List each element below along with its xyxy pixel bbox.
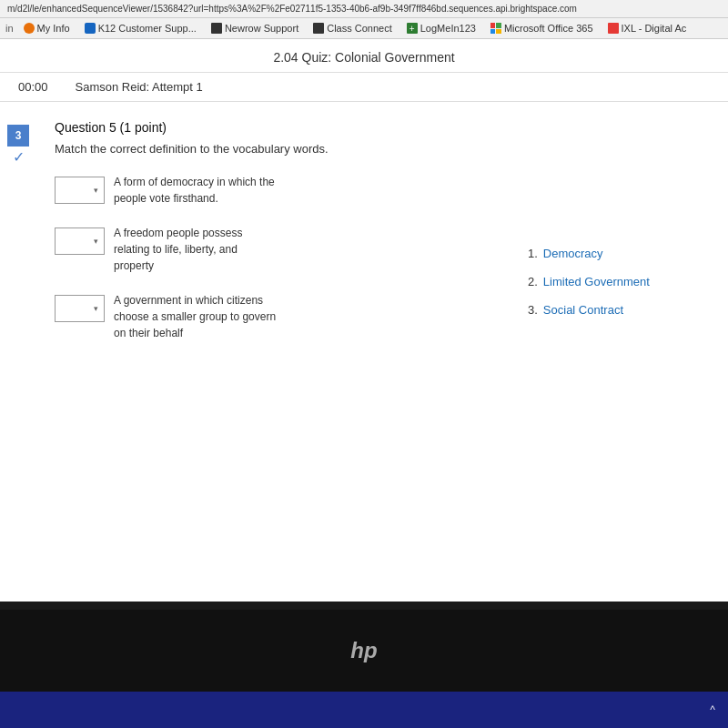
k12support-icon [85,23,96,34]
question-number-badge: 3 [7,125,29,147]
match-description-1: A form of democracy in which the people … [114,174,278,207]
bookmark-msoffice[interactable]: Microsoft Office 365 [486,21,598,35]
vocab-number-3: 3. [528,303,538,317]
taskbar-chevron-icon[interactable]: ^ [706,702,719,718]
quiz-header: 2.04 Quiz: Colonial Government [0,39,728,73]
vocab-item-2: 2. Limited Government [528,275,710,288]
bookmark-msoffice-label: Microsoft Office 365 [504,23,593,34]
left-items: ▾ A form of democracy in which the peopl… [55,174,500,359]
question-points: (1 point) [120,120,167,135]
vocab-number-1: 1. [528,247,538,260]
chevron-down-icon-3: ▾ [94,304,98,313]
vocab-item-3: 3. Social Contract [528,303,710,317]
matching-container: ▾ A form of democracy in which the peopl… [55,174,710,359]
bookmark-ixl[interactable]: IXL - Digital Ac [603,21,692,35]
classconnect-icon [313,23,324,34]
vocab-word-2: Limited Government [543,275,650,288]
logmein-icon: + [407,23,418,34]
match-dropdown-3[interactable]: ▾ [55,295,105,322]
vocab-number-2: 2. [528,275,538,288]
bookmark-newrow-label: Newrow Support [225,23,298,34]
question-sidebar: 3 ✓ [0,120,36,359]
question-content: Question 5 (1 point) Match the correct d… [36,120,728,359]
bookmark-logmein-label: LogMeIn123 [420,23,476,34]
bookmark-k12support-label: K12 Customer Supp... [98,23,197,34]
vocab-item-1: 1. Democracy [528,247,710,260]
match-description-2: A freedom people possess relating to lif… [114,225,278,274]
quiz-student: Samson Reid: Attempt 1 [76,80,203,94]
chevron-down-icon-1: ▾ [94,186,98,195]
check-mark-icon: ✓ [13,148,25,166]
quiz-timer: 00:00 [18,80,48,94]
newrow-icon [211,23,222,34]
bookmarks-bar: in My Info K12 Customer Supp... Newrow S… [0,18,728,39]
address-text: m/d2l/le/enhancedSequenceViewer/1536842?… [7,4,577,14]
taskbar-right: ^ [706,702,719,718]
quiz-body: 3 ✓ Question 5 (1 point) Match the corre… [0,102,728,378]
address-bar: m/d2l/le/enhancedSequenceViewer/1536842?… [0,0,728,18]
right-items: 1. Democracy 2. Limited Government 3. So… [528,174,710,359]
bookmark-newrow[interactable]: Newrow Support [207,21,303,35]
main-content: 2.04 Quiz: Colonial Government 00:00 Sam… [0,39,728,602]
bookmark-myinfo-label: My Info [37,23,70,34]
bookmark-myinfo[interactable]: My Info [19,21,75,35]
taskbar: ^ [0,692,728,728]
match-dropdown-2[interactable]: ▾ [55,228,105,255]
chevron-down-icon-2: ▾ [94,237,98,246]
match-description-3: A government in which citizens choose a … [114,292,278,341]
bookmark-classconnect[interactable]: Class Connect [308,21,397,35]
hp-logo-area: hp [0,610,728,692]
browser-chrome: m/d2l/le/enhancedSequenceViewer/1536842?… [0,0,728,39]
vocab-word-1: Democracy [543,247,603,260]
myinfo-icon [24,23,35,34]
question-label: Question 5 [55,120,116,135]
msoffice-icon [490,23,501,34]
question-instruction: Match the correct definition to the voca… [55,142,710,156]
bookmark-k12support[interactable]: K12 Customer Supp... [80,21,201,35]
quiz-info-bar: 00:00 Samson Reid: Attempt 1 [0,73,728,102]
bookmark-logmein[interactable]: + LogMeIn123 [402,21,480,35]
match-row: ▾ A government in which citizens choose … [55,292,500,341]
bookmark-classconnect-label: Class Connect [327,23,392,34]
match-row: ▾ A freedom people possess relating to l… [55,225,500,274]
bookmark-ixl-label: IXL - Digital Ac [622,23,687,34]
bookmark-in-label: in [5,23,14,34]
quiz-title: 2.04 Quiz: Colonial Government [273,50,454,65]
match-dropdown-1[interactable]: ▾ [55,177,105,204]
ixl-icon [608,23,619,34]
question-title: Question 5 (1 point) [55,120,710,135]
vocab-word-3: Social Contract [543,303,623,317]
match-row: ▾ A form of democracy in which the peopl… [55,174,500,207]
hp-logo: hp [350,638,377,663]
